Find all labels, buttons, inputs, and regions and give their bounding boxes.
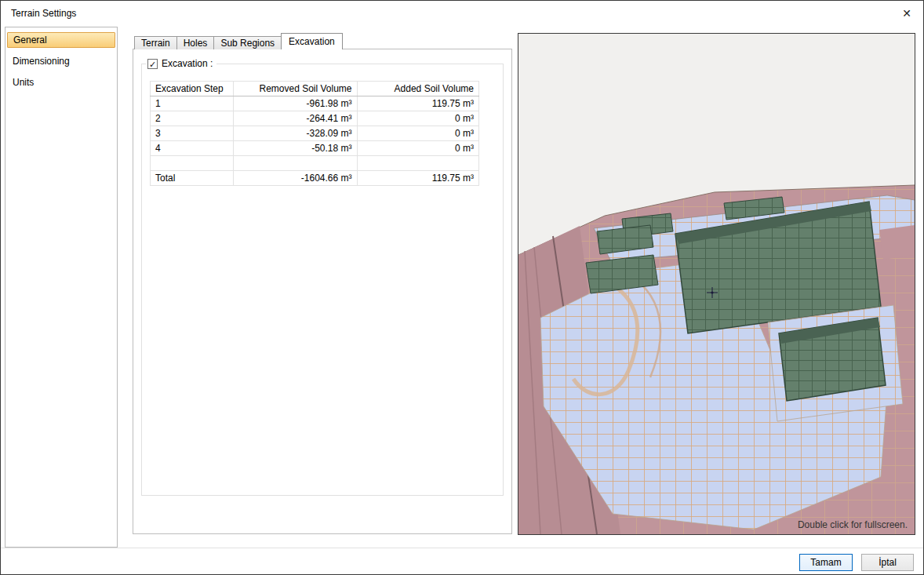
table-row-empty — [151, 156, 479, 171]
cancel-button[interactable]: İptal — [861, 554, 914, 571]
sidebar-item-units[interactable]: Units — [7, 75, 115, 90]
added-volume-cell: 0 m³ — [357, 126, 478, 141]
excavation-checkbox-row: ✓ Excavation : — [146, 58, 216, 69]
tab-content-panel: ✓ Excavation : Excavation Step Removed S… — [133, 49, 512, 534]
excavation-groupbox: ✓ Excavation : Excavation Step Removed S… — [141, 64, 504, 496]
footer-separator — [1, 548, 923, 548]
ok-button[interactable]: Tamam — [799, 554, 853, 571]
table-row-total: Total -1604.66 m³ 119.75 m³ — [151, 171, 479, 186]
tab-sub-regions[interactable]: Sub Regions — [213, 36, 282, 49]
removed-volume-cell: -328.09 m³ — [233, 126, 357, 141]
step-cell — [151, 156, 234, 171]
terrain-3d-preview[interactable]: Double click for fullscreen. — [518, 33, 915, 535]
sidebar-item-dimensioning[interactable]: Dimensioning — [7, 53, 115, 69]
column-header-excavation-step: Excavation Step — [151, 82, 234, 96]
added-volume-cell: 119.75 m³ — [357, 171, 478, 186]
tab-holes[interactable]: Holes — [176, 36, 215, 49]
tab-excavation[interactable]: Excavation — [281, 33, 343, 49]
step-cell: 4 — [151, 141, 234, 156]
excavation-table: Excavation Step Removed Soil Volume Adde… — [150, 81, 479, 186]
added-volume-cell: 119.75 m³ — [357, 96, 478, 111]
table-header-row: Excavation Step Removed Soil Volume Adde… — [151, 82, 479, 96]
excavation-checkbox-label: Excavation : — [162, 58, 213, 69]
added-volume-cell: 0 m³ — [357, 141, 478, 156]
window-title: Terrain Settings — [11, 8, 76, 19]
column-header-added-soil-volume: Added Soil Volume — [357, 82, 478, 96]
close-icon[interactable]: ✕ — [898, 5, 915, 21]
step-cell: 1 — [151, 96, 234, 111]
added-volume-cell — [357, 156, 478, 171]
step-cell: Total — [151, 171, 234, 186]
removed-volume-cell: -1604.66 m³ — [233, 171, 357, 186]
titlebar: Terrain Settings ✕ — [1, 1, 923, 26]
tab-strip: Terrain Holes Sub Regions Excavation — [134, 33, 343, 49]
table-row: 1 -961.98 m³ 119.75 m³ — [151, 96, 479, 111]
table-row: 2 -264.41 m³ 0 m³ — [151, 111, 479, 126]
step-cell: 3 — [151, 126, 234, 141]
settings-sidebar: General Dimensioning Units — [5, 27, 118, 548]
excavation-checkbox[interactable]: ✓ — [147, 59, 158, 69]
removed-volume-cell — [233, 156, 357, 171]
terrain-settings-dialog: Terrain Settings ✕ General Dimensioning … — [0, 0, 924, 575]
removed-volume-cell: -264.41 m³ — [233, 111, 357, 126]
terrain-3d-rendering — [518, 34, 915, 534]
added-volume-cell: 0 m³ — [357, 111, 478, 126]
removed-volume-cell: -961.98 m³ — [233, 96, 357, 111]
fullscreen-hint: Double click for fullscreen. — [798, 519, 908, 530]
tab-terrain[interactable]: Terrain — [134, 36, 177, 49]
table-row: 4 -50.18 m³ 0 m³ — [151, 141, 479, 156]
table-row: 3 -328.09 m³ 0 m³ — [151, 126, 479, 141]
removed-volume-cell: -50.18 m³ — [233, 141, 357, 156]
step-cell: 2 — [151, 111, 234, 126]
sidebar-item-general[interactable]: General — [7, 32, 115, 48]
column-header-removed-soil-volume: Removed Soil Volume — [233, 82, 357, 96]
